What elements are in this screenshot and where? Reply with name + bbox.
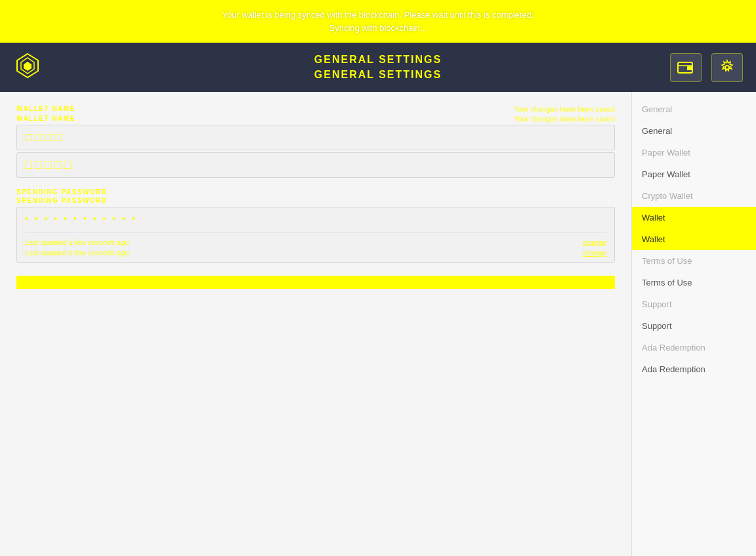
spending-update-row-ghost: Last updated a few seconds ago change bbox=[25, 232, 606, 246]
top-banner: Your wallet is being synced with the blo… bbox=[0, 0, 756, 43]
sidebar-item-support-ghost-label: Support bbox=[642, 299, 746, 309]
sidebar-item-wallet-ghost[interactable]: Wallet bbox=[632, 207, 756, 228]
sidebar-item-paper-wallet-label: Paper Wallet bbox=[642, 169, 746, 179]
bottom-yellow-bar bbox=[16, 276, 615, 289]
wallet-name-input-ghost: □□□□ bbox=[16, 125, 615, 150]
settings-icon[interactable] bbox=[711, 53, 743, 82]
wallet-name-status-ghost: Your changes have been saved bbox=[514, 105, 615, 113]
sidebar-item-paper-wallet-ghost-label: Paper Wallet bbox=[642, 148, 746, 158]
sidebar-item-ada-redemption-label: Ada Redemption bbox=[642, 364, 746, 374]
sidebar-item-support-ghost[interactable]: Support bbox=[632, 293, 756, 315]
spending-last-updated-ghost: Last updated a few seconds ago bbox=[25, 238, 129, 246]
spending-password-dots: • • • • • • • • • • • • bbox=[25, 213, 137, 224]
sidebar-item-ada-redemption-ghost-label: Ada Redemption bbox=[642, 343, 746, 353]
navbar-title-line1: GENERAL SETTINGS bbox=[314, 53, 442, 67]
sidebar-item-general-ghost-label: General bbox=[642, 104, 746, 114]
sidebar-item-terms[interactable]: Terms of Use bbox=[632, 272, 756, 293]
sidebar-item-paper-wallet[interactable]: Paper Wallet bbox=[632, 163, 756, 185]
sidebar-item-wallet-label: Wallet bbox=[642, 234, 746, 244]
sidebar-item-general[interactable]: General bbox=[632, 120, 756, 142]
main-layout: WALLET NAME Your changes have been saved… bbox=[0, 92, 756, 556]
spending-password-input[interactable]: • • • • • • • • • • • • Last updated a f… bbox=[16, 207, 615, 263]
wallet-name-status-main: Your changes have been saved bbox=[514, 115, 615, 123]
sidebar-item-terms-ghost[interactable]: Terms of Use bbox=[632, 250, 756, 272]
sidebar-item-terms-ghost-label: Terms of Use bbox=[642, 256, 746, 266]
sidebar-item-ada-redemption[interactable]: Ada Redemption bbox=[632, 358, 756, 380]
banner-text: Your wallet is being synced with the blo… bbox=[222, 9, 534, 34]
spending-label-ghost-wrap: SPENDING PASSWORD bbox=[16, 188, 615, 196]
navbar-center: GENERAL SETTINGS GENERAL SETTINGS bbox=[314, 53, 442, 82]
spending-label-ghost: SPENDING PASSWORD bbox=[16, 188, 615, 196]
spending-update-row-main: Last updated a few seconds ago change bbox=[25, 249, 606, 257]
svg-marker-2 bbox=[24, 62, 32, 71]
sidebar-item-wallet-ghost-label: Wallet bbox=[642, 213, 746, 223]
spending-change-link-ghost[interactable]: change bbox=[583, 238, 606, 246]
wallet-name-input-main[interactable]: □□□□□ bbox=[16, 152, 615, 178]
sidebar-item-support-label: Support bbox=[642, 321, 746, 331]
wallet-chars-main: □□□□□ bbox=[25, 158, 74, 171]
sidebar-item-general-label: General bbox=[642, 126, 746, 136]
wallet-name-main-row: WALLET NAME Your changes have been saved bbox=[16, 115, 615, 122]
svg-rect-4 bbox=[687, 66, 692, 70]
sidebar-item-ada-redemption-ghost[interactable]: Ada Redemption bbox=[632, 337, 756, 358]
logo[interactable] bbox=[13, 51, 42, 83]
sidebar-item-support[interactable]: Support bbox=[632, 315, 756, 337]
navbar-title-line2: GENERAL SETTINGS bbox=[314, 68, 442, 82]
sidebar-item-paper-wallet-ghost[interactable]: Paper Wallet bbox=[632, 142, 756, 163]
spending-label-main-wrap: SPENDING PASSWORD bbox=[16, 197, 615, 204]
sidebar-item-crypto-wallet-ghost-label: Crypto Wallet bbox=[642, 191, 746, 201]
sidebar-item-terms-label: Terms of Use bbox=[642, 278, 746, 288]
spending-label-main: SPENDING PASSWORD bbox=[16, 197, 615, 204]
sidebar: General General Paper Wallet Paper Walle… bbox=[631, 92, 756, 556]
navbar: GENERAL SETTINGS GENERAL SETTINGS bbox=[0, 43, 756, 92]
navbar-right bbox=[670, 53, 743, 82]
spending-change-link-main[interactable]: change bbox=[583, 249, 606, 257]
sidebar-item-general-ghost[interactable]: General bbox=[632, 98, 756, 120]
spending-last-updated-main: Last updated a few seconds ago bbox=[25, 249, 129, 257]
sidebar-item-wallet[interactable]: Wallet bbox=[632, 228, 756, 250]
sidebar-item-crypto-wallet-ghost[interactable]: Crypto Wallet bbox=[632, 185, 756, 207]
content-area: WALLET NAME Your changes have been saved… bbox=[0, 92, 631, 556]
wallet-icon[interactable] bbox=[670, 53, 702, 82]
wallet-chars-ghost: □□□□ bbox=[25, 131, 64, 144]
logo-icon bbox=[13, 51, 42, 83]
wallet-name-ghost-row: WALLET NAME Your changes have been saved bbox=[16, 105, 615, 112]
